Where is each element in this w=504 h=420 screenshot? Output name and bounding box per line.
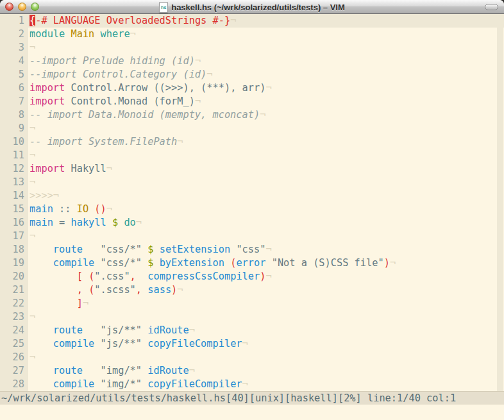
code-token: import <box>29 163 65 174</box>
code-token: sass <box>147 284 171 296</box>
window-controls <box>5 3 39 11</box>
code-line[interactable]: 24 route "js/**" idRoute¬ <box>0 324 504 337</box>
editor-area[interactable]: 1{-# LANGUAGE OverloadedStrings #-}¬2mod… <box>0 14 504 391</box>
code-token <box>224 257 230 269</box>
line-number: 12 <box>0 162 28 176</box>
eol-marker-icon: ¬ <box>230 15 236 26</box>
minimize-button[interactable] <box>18 3 26 11</box>
code-text: ¬ <box>28 149 504 162</box>
line-number: 10 <box>0 135 28 149</box>
code-token: "css" <box>236 244 265 255</box>
code-token <box>142 257 147 269</box>
code-line[interactable]: 25 compile "js/**" copyFileCompiler¬ <box>0 337 504 351</box>
code-token: ".scss" <box>94 284 135 296</box>
code-token: main <box>29 203 53 215</box>
code-token: import <box>29 82 65 94</box>
code-token: "img/*" <box>101 378 142 390</box>
line-number: 14 <box>0 189 28 203</box>
line-number: 26 <box>0 351 28 364</box>
code-text: compile "js/**" copyFileCompiler¬ <box>28 337 504 351</box>
toolbar-toggle-button[interactable] <box>485 4 498 10</box>
code-text: ¬ <box>28 310 504 324</box>
eol-marker-icon: ¬ <box>130 28 136 40</box>
window-title: hs haskell.hs (~/wrk/solarized/utils/tes… <box>0 0 504 14</box>
code-text: route "js/**" idRoute¬ <box>28 324 504 337</box>
code-line[interactable]: 16main = hakyll $ do¬ <box>0 216 504 230</box>
code-token: byExtension <box>160 257 224 269</box>
code-line[interactable]: 23¬ <box>0 310 504 324</box>
code-token: , <box>77 284 83 296</box>
code-token: compressCssCompiler <box>147 271 260 282</box>
code-token: , <box>136 284 142 296</box>
code-token <box>29 365 53 376</box>
code-token <box>265 257 271 269</box>
code-token: "css/*" <box>101 257 142 269</box>
close-button[interactable] <box>5 3 13 11</box>
code-line[interactable]: 19 compile "css/*" $ byExtension (error … <box>0 256 504 270</box>
code-token: "js/**" <box>101 324 142 336</box>
code-token <box>106 217 112 228</box>
code-line[interactable]: 14>>>>¬ <box>0 189 504 203</box>
eol-marker-icon: ¬ <box>29 230 35 242</box>
code-line[interactable]: 18 route "css/*" $ setExtension "css"¬ <box>0 243 504 256</box>
line-number: 24 <box>0 324 28 337</box>
code-token <box>94 257 100 269</box>
code-text: main = hakyll $ do¬ <box>28 216 504 230</box>
code-token <box>29 378 53 390</box>
code-text: , (".scss", sass)¬ <box>28 283 504 297</box>
code-token: $ <box>112 217 118 228</box>
zoom-button[interactable] <box>31 3 39 11</box>
code-token: where <box>101 28 130 40</box>
code-line[interactable]: 1{-# LANGUAGE OverloadedStrings #-}¬ <box>0 14 504 28</box>
line-number: 1 <box>0 14 28 28</box>
code-token <box>29 284 77 296</box>
code-token: compile <box>53 257 94 269</box>
code-text: [ (".css", compressCssCompiler)¬ <box>28 270 504 283</box>
code-text: ¬ <box>28 351 504 364</box>
line-number: 13 <box>0 176 28 189</box>
code-text: route "css/*" $ setExtension "css"¬ <box>28 243 504 256</box>
code-token: -# LANGUAGE OverloadedStrings #-} <box>35 15 230 26</box>
line-number: 4 <box>0 55 28 68</box>
code-line[interactable]: 12import Hakyll¬ <box>0 162 504 176</box>
code-token: () <box>94 203 106 215</box>
code-line[interactable]: 22 ]¬ <box>0 297 504 310</box>
code-token: Control.Monad (forM_) <box>65 96 195 107</box>
code-line[interactable]: 27 route "img/*" idRoute¬ <box>0 364 504 378</box>
code-text: import Control.Arrow ((>>>), (***), arr)… <box>28 81 504 95</box>
eol-marker-icon: ¬ <box>265 82 271 94</box>
code-token: import <box>29 96 65 107</box>
code-line[interactable]: 15main :: IO ()¬ <box>0 203 504 216</box>
code-line[interactable]: 20 [ (".css", compressCssCompiler)¬ <box>0 270 504 283</box>
code-token <box>83 271 88 282</box>
code-line[interactable]: 6import Control.Arrow ((>>>), (***), arr… <box>0 81 504 95</box>
code-token: "css/*" <box>101 244 142 255</box>
code-line[interactable]: 26¬ <box>0 351 504 364</box>
line-number: 18 <box>0 243 28 256</box>
code-token: hakyll <box>71 217 106 228</box>
code-line[interactable]: 3¬ <box>0 41 504 55</box>
status-bar: ~/wrk/solarized/utils/tests/haskell.hs[4… <box>0 391 504 405</box>
code-token <box>94 378 100 390</box>
code-line[interactable]: 7import Control.Monad (forM_)¬ <box>0 95 504 108</box>
code-line[interactable]: 2module Main where¬ <box>0 28 504 41</box>
code-line[interactable]: 4--import Prelude hiding (id)¬ <box>0 55 504 68</box>
code-line[interactable]: 9¬ <box>0 122 504 135</box>
code-text: --import Prelude hiding (id)¬ <box>28 55 504 68</box>
title-bar[interactable]: hs haskell.hs (~/wrk/solarized/utils/tes… <box>0 0 504 14</box>
code-token <box>136 271 147 282</box>
code-line[interactable]: 11¬ <box>0 149 504 162</box>
code-line[interactable]: 10-- import System.FilePath¬ <box>0 135 504 149</box>
code-line[interactable]: 5--import Control.Category (id)¬ <box>0 68 504 81</box>
code-token: compile <box>53 378 94 390</box>
code-line[interactable]: 8-- import Data.Monoid (mempty, mconcat)… <box>0 108 504 122</box>
code-line[interactable]: 28 compile "img/*" copyFileCompiler¬ <box>0 378 504 391</box>
code-token: do <box>124 217 135 228</box>
code-line[interactable]: 13¬ <box>0 176 504 189</box>
code-token: [ <box>77 271 83 282</box>
code-token: copyFileCompiler <box>147 378 242 390</box>
code-text: main :: IO ()¬ <box>28 203 504 216</box>
code-line[interactable]: 17¬ <box>0 230 504 243</box>
code-line[interactable]: 21 , (".scss", sass)¬ <box>0 283 504 297</box>
window-title-text: haskell.hs (~/wrk/solarized/utils/tests)… <box>171 3 345 12</box>
